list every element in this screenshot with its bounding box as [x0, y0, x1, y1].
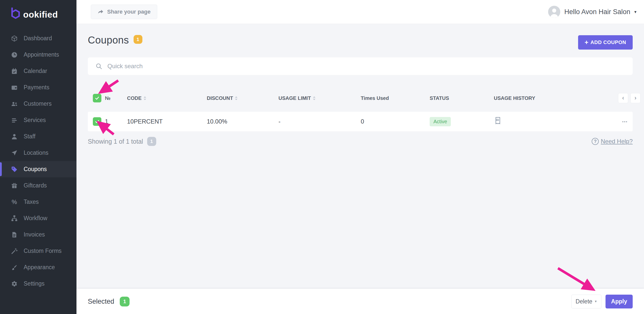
share-page-button[interactable]: Share your page — [91, 5, 157, 19]
sidebar-item-appearance[interactable]: Appearance — [0, 259, 76, 276]
cell-times-used: 0 — [361, 118, 430, 125]
sidebar-item-settings[interactable]: Settings — [0, 276, 76, 292]
brand-logo[interactable]: ookified — [0, 0, 76, 28]
sidebar-item-staff[interactable]: Staff — [0, 128, 76, 145]
add-coupon-button[interactable]: + ADD COUPON — [578, 35, 633, 50]
sidebar-item-locations[interactable]: Locations — [0, 145, 76, 161]
sort-icon — [235, 96, 237, 100]
brush-icon — [11, 264, 18, 271]
sidebar-item-dashboard[interactable]: Dashboard — [0, 30, 76, 47]
cube-icon — [11, 35, 18, 42]
table-row: 1 10PERCENT 10.00% - 0 Active ••• — [88, 112, 633, 131]
chevron-down-icon: ▾ — [634, 9, 636, 15]
brand-name: ookified — [23, 10, 58, 20]
column-discount[interactable]: DISCOUNT — [207, 95, 278, 101]
status-badge: Active — [430, 117, 451, 126]
bulk-action-select[interactable]: Delete ▼ — [571, 295, 601, 308]
sidebar-item-workflow[interactable]: Workflow — [0, 210, 76, 226]
cell-status: Active — [430, 117, 494, 126]
table-pagination: ‹ › — [618, 93, 640, 103]
pagination-prev-button[interactable]: ‹ — [618, 93, 628, 103]
bulk-action-bar: Selected 1 Delete ▼ Apply — [76, 289, 644, 314]
user-menu[interactable]: Hello Avon Hair Salon ▾ — [548, 6, 636, 18]
row-checkbox[interactable] — [93, 117, 101, 126]
sidebar-item-calendar[interactable]: Calendar — [0, 63, 76, 79]
person-icon — [11, 133, 18, 140]
cell-number: 1 — [105, 118, 127, 125]
select-all-checkbox[interactable] — [93, 94, 101, 102]
sidebar-item-customers[interactable]: Customers — [0, 96, 76, 112]
showing-summary: Showing 1 of 1 total 1 — [88, 137, 156, 146]
column-code[interactable]: CODE — [127, 95, 207, 101]
send-icon — [11, 150, 18, 156]
search-input[interactable] — [107, 63, 625, 70]
percent-icon: % — [11, 199, 18, 206]
sort-icon — [313, 96, 315, 100]
gear-icon — [11, 281, 18, 287]
sidebar-nav: Dashboard Appointments Calendar Payments… — [0, 30, 76, 292]
column-usage-limit[interactable]: USAGE LIMIT — [278, 95, 361, 101]
cell-usage-limit: - — [278, 118, 361, 125]
users-icon — [11, 101, 18, 107]
brand-hexagon-b-icon — [10, 8, 21, 22]
row-more-menu[interactable]: ••• — [618, 120, 628, 124]
sidebar-item-giftcards[interactable]: Giftcards — [0, 177, 76, 194]
need-help-link[interactable]: ? Need Help? — [592, 138, 633, 145]
avatar — [548, 6, 560, 18]
cell-usage-history — [494, 117, 618, 126]
table-footer: Showing 1 of 1 total 1 ? Need Help? — [88, 137, 633, 146]
clock-icon — [11, 52, 18, 58]
sidebar-item-taxes[interactable]: % Taxes — [0, 194, 76, 210]
question-icon: ? — [592, 138, 599, 145]
user-greeting: Hello Avon Hair Salon — [564, 8, 630, 16]
sort-icon — [144, 96, 146, 100]
table-header: № CODE DISCOUNT USAGE LIMIT Times Used S… — [88, 90, 633, 106]
sidebar-item-invoices[interactable]: Invoices — [0, 226, 76, 243]
file-icon — [11, 231, 18, 238]
column-times-used: Times Used — [361, 95, 430, 101]
coupon-count-badge: 1 — [134, 35, 142, 44]
sidebar-item-custom-forms[interactable]: Custom Forms — [0, 243, 76, 259]
bulk-actions: Delete ▼ Apply — [571, 295, 633, 308]
apply-button[interactable]: Apply — [606, 295, 633, 308]
check-icon — [95, 119, 100, 124]
share-icon — [98, 9, 104, 15]
calendar-icon — [11, 68, 18, 74]
page-title: Coupons — [88, 34, 129, 46]
gift-icon — [11, 182, 18, 189]
selected-count-badge: 1 — [120, 297, 130, 306]
column-number: № — [105, 95, 127, 101]
tag-icon — [11, 166, 18, 173]
receipt-icon[interactable] — [494, 117, 502, 125]
selected-summary: Selected 1 — [88, 297, 130, 306]
wand-icon — [11, 248, 18, 254]
sidebar-item-coupons[interactable]: Coupons — [0, 161, 76, 177]
page-header: Coupons 1 — [88, 34, 633, 46]
quick-search — [88, 57, 633, 75]
sitemap-icon — [11, 215, 18, 222]
main-content: Coupons 1 + ADD COUPON № CODE DISCOUNT U… — [76, 24, 644, 314]
cell-code: 10PERCENT — [127, 118, 207, 125]
wallet-icon — [11, 84, 18, 91]
list-icon — [11, 117, 18, 124]
plus-icon: + — [585, 38, 589, 46]
topbar: Share your page Hello Avon Hair Salon ▾ — [76, 0, 644, 24]
sidebar-item-appointments[interactable]: Appointments — [0, 47, 76, 63]
sidebar-item-payments[interactable]: Payments — [0, 79, 76, 96]
check-icon — [95, 96, 100, 101]
column-usage-history: USAGE HISTORY — [494, 95, 618, 101]
total-badge: 1 — [147, 137, 156, 146]
chevron-down-icon: ▼ — [594, 300, 597, 303]
sidebar-item-services[interactable]: Services — [0, 112, 76, 128]
cell-discount: 10.00% — [207, 118, 278, 125]
pagination-next-button[interactable]: › — [630, 93, 640, 103]
search-icon — [95, 63, 102, 70]
column-status: STATUS — [430, 95, 494, 101]
sidebar: ookified Dashboard Appointments Calendar… — [0, 0, 76, 314]
